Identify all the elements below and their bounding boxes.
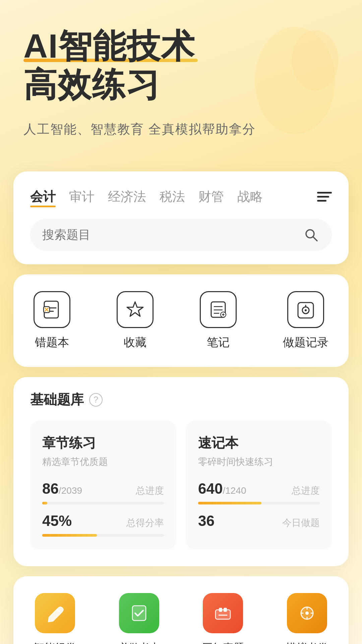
action-wrong-book[interactable]: 错题本	[34, 291, 70, 350]
svg-line-3	[313, 237, 317, 241]
chapter-stat-main2: 45%	[42, 513, 72, 529]
section-header: 基础题库 ?	[30, 390, 332, 409]
action-compose[interactable]: 智能组卷	[34, 593, 76, 644]
notes-label: 笔记	[207, 335, 230, 350]
quick-memo-card[interactable]: 速记本 零碎时间快速练习 640/1240 总进度 36 今日做题	[186, 421, 332, 549]
records-icon	[287, 291, 324, 328]
tab-finance[interactable]: 财管	[198, 188, 224, 205]
library-grid: 章节练习 精选章节优质题 86/2039 总进度 45% 总得分率 速记本 零碎	[30, 421, 332, 549]
action-collect[interactable]: 收藏	[117, 291, 154, 350]
quick-stat-row1: 640/1240 总进度	[198, 480, 320, 497]
quick-actions-card: 错题本 收藏 笔记	[13, 274, 349, 367]
quick-stat-label1: 总进度	[292, 484, 320, 497]
svg-rect-25	[219, 608, 222, 612]
main-card: 会计 审计 经济法 税法 财管 战略	[13, 171, 349, 264]
bottom-actions: 智能组卷 必做考点 历年真题	[13, 576, 349, 644]
search-icon[interactable]	[302, 226, 320, 244]
records-label: 做题记录	[283, 335, 328, 350]
tab-economic-law[interactable]: 经济法	[108, 188, 146, 205]
chapter-card-title: 章节练习	[42, 434, 164, 452]
chapter-progress-bar1	[42, 502, 164, 504]
action-mock[interactable]: 模拟考卷	[286, 593, 328, 644]
action-notes[interactable]: 笔记	[200, 291, 237, 350]
chapter-stat-row1: 86/2039 总进度	[42, 480, 164, 497]
action-must-do[interactable]: 必做考点	[118, 593, 161, 644]
quick-card-desc: 零碎时间快速练习	[198, 455, 320, 468]
quick-stat-row2: 36 今日做题	[198, 513, 320, 529]
svg-point-29	[305, 611, 309, 615]
wrong-book-label: 错题本	[35, 335, 69, 350]
chapter-practice-card[interactable]: 章节练习 精选章节优质题 86/2039 总进度 45% 总得分率	[30, 421, 176, 549]
svg-rect-26	[224, 608, 227, 612]
must-do-label: 必做考点	[118, 641, 161, 644]
chapter-progress-bar2	[42, 534, 164, 537]
mock-icon	[287, 593, 327, 633]
quick-stat-main1: 640/1240	[198, 480, 246, 497]
quick-stat-label2: 今日做题	[282, 517, 320, 529]
history-icon	[203, 593, 243, 633]
search-input[interactable]	[42, 228, 296, 242]
chapter-stat-main1: 86/2039	[42, 480, 82, 497]
svg-rect-24	[216, 610, 230, 619]
search-bar[interactable]	[30, 219, 332, 251]
library-section: 基础题库 ? 章节练习 精选章节优质题 86/2039 总进度 45% 总得分率	[13, 377, 349, 566]
section-title: 基础题库	[30, 390, 84, 409]
chapter-stat-label2: 总得分率	[126, 517, 164, 529]
hero-title-line1: AI智能技术	[23, 27, 339, 65]
quick-progress-bar1	[198, 502, 320, 504]
chapter-card-desc: 精选章节优质题	[42, 455, 164, 468]
subject-tabs: 会计 审计 经济法 税法 财管 战略	[30, 188, 332, 205]
action-records[interactable]: 做题记录	[283, 291, 328, 350]
tab-strategy[interactable]: 战略	[237, 188, 263, 205]
help-icon[interactable]: ?	[89, 393, 103, 407]
tab-tax-law[interactable]: 税法	[160, 188, 185, 205]
chapter-stat-label1: 总进度	[136, 484, 164, 497]
mock-label: 模拟考卷	[286, 641, 328, 644]
history-label: 历年真题	[201, 641, 244, 644]
quick-card-title: 速记本	[198, 434, 320, 452]
must-do-icon	[119, 593, 159, 633]
chapter-stat-row2: 45% 总得分率	[42, 513, 164, 529]
collect-icon	[117, 291, 154, 328]
menu-icon[interactable]	[317, 192, 332, 202]
tab-accounting[interactable]: 会计	[30, 188, 56, 205]
compose-label: 智能组卷	[34, 641, 76, 644]
tab-audit[interactable]: 审计	[69, 188, 95, 205]
quick-stat-main2: 36	[198, 513, 215, 529]
svg-marker-10	[127, 302, 143, 316]
hero-section: AI智能技术 高效练习 人工智能、智慧教育 全真模拟帮助拿分	[0, 0, 362, 158]
wrong-book-icon	[34, 291, 70, 328]
collect-label: 收藏	[124, 335, 146, 350]
compose-icon	[35, 593, 75, 633]
action-history[interactable]: 历年真题	[201, 593, 244, 644]
svg-point-20	[305, 309, 307, 311]
notes-icon	[200, 291, 237, 328]
